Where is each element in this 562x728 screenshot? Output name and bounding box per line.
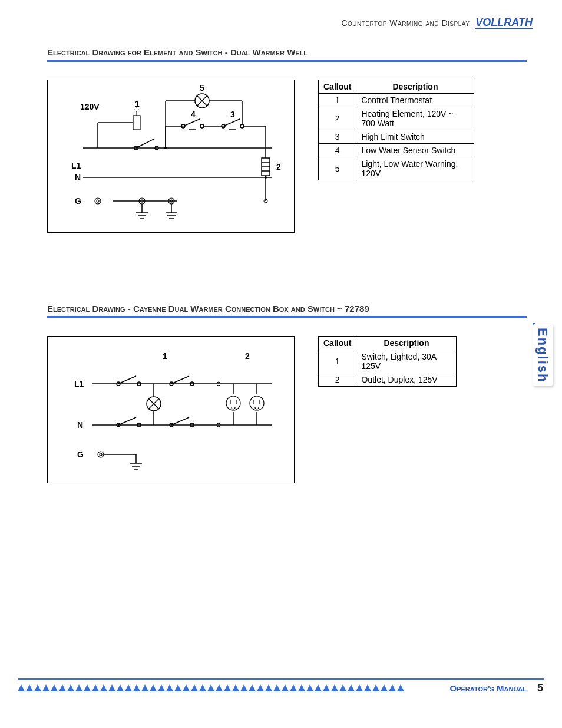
svg-line-60 (118, 376, 136, 384)
callout-2: 2 (276, 162, 281, 172)
svg-line-11 (136, 139, 154, 148)
svg-point-87 (98, 452, 104, 457)
language-tab: English (533, 324, 553, 386)
page-number: 5 (537, 682, 543, 694)
callout-5: 5 (200, 83, 204, 93)
svg-rect-5 (133, 116, 140, 130)
th-callout: Callout (319, 80, 356, 94)
section1-heading: Electrical Drawing for Element and Switc… (47, 47, 527, 57)
wiring-diagram-2: L1 N G 1 2 (48, 337, 295, 484)
wiring-diagram-1: 120V L1 N G 1 (48, 80, 295, 233)
callout-4: 4 (191, 110, 196, 119)
heating-element (262, 158, 270, 176)
l1-label: L1 (71, 161, 81, 170)
table-row: 2Outlet, Duplex, 125V (319, 373, 457, 387)
header-category: Countertop Warming and Display (341, 18, 470, 28)
callout-table-2: Callout Description 1Switch, Lighted, 30… (318, 336, 457, 387)
svg-point-40 (97, 200, 99, 202)
g-label: G (75, 196, 81, 206)
footer-rule (18, 678, 544, 680)
lamp-symbol (147, 397, 161, 411)
svg-line-63 (171, 376, 189, 384)
section2-heading: Electrical Drawing - Cayenne Dual Warmer… (47, 304, 527, 314)
callout-3: 3 (230, 110, 235, 119)
thermostat-symbol (133, 108, 140, 130)
svg-line-66 (118, 417, 136, 425)
footer-label: Operator's Manual (450, 683, 527, 693)
table-row: 4Low Water Sensor Switch (319, 144, 474, 157)
ground-terminal (98, 452, 104, 457)
diagram1-box: 120V L1 N G 1 (47, 80, 295, 233)
svg-point-84 (250, 396, 264, 410)
callout-2: 2 (245, 351, 250, 361)
page-footer: Operator's Manual 5 (0, 678, 562, 714)
th-callout: Callout (319, 337, 356, 350)
ground-symbol-2 (166, 204, 177, 219)
svg-line-23 (183, 119, 200, 126)
n-label: N (77, 420, 83, 430)
table-row: 1Control Thermostat (319, 94, 474, 107)
switch-3 (222, 119, 244, 130)
page-header: Countertop Warming and Display VOLLRATH (341, 17, 533, 29)
g-label: G (77, 450, 84, 459)
section1-rule (47, 60, 527, 62)
l1-label: L1 (74, 379, 84, 388)
callout-table-1: Callout Description 1Control Thermostat … (318, 80, 474, 180)
th-desc: Description (356, 80, 474, 94)
section2-rule (47, 316, 527, 318)
table-row: 3High Limit Switch (319, 130, 474, 144)
diagram2-box: L1 N G 1 2 (47, 336, 295, 483)
svg-point-22 (200, 124, 204, 128)
switch-4 (181, 119, 204, 130)
svg-point-39 (95, 198, 101, 204)
svg-point-38 (164, 147, 167, 149)
n-label: N (75, 173, 81, 182)
svg-point-81 (226, 396, 240, 410)
ground-symbol-1 (136, 204, 148, 219)
svg-line-69 (171, 417, 189, 425)
brand-logo: VOLLRATH (475, 17, 533, 29)
table-row: 5Light, Low Water Warning, 120V (319, 157, 474, 180)
table-row: 1Switch, Lighted, 30A 125V (319, 350, 457, 373)
callout-1: 1 (135, 99, 140, 108)
svg-point-88 (100, 453, 102, 456)
outlet-2 (250, 396, 264, 410)
svg-line-28 (223, 119, 240, 126)
ground-terminal-1 (95, 198, 101, 204)
callout-1: 1 (163, 351, 167, 361)
outlet-1 (226, 396, 240, 410)
footer-triangles (18, 684, 404, 691)
table-row: 2Heating Element, 120V ~ 700 Watt (319, 107, 474, 130)
voltage-label: 120V (80, 102, 100, 111)
th-desc: Description (356, 337, 457, 350)
ground-symbol (130, 454, 142, 469)
lamp-symbol (195, 94, 209, 108)
